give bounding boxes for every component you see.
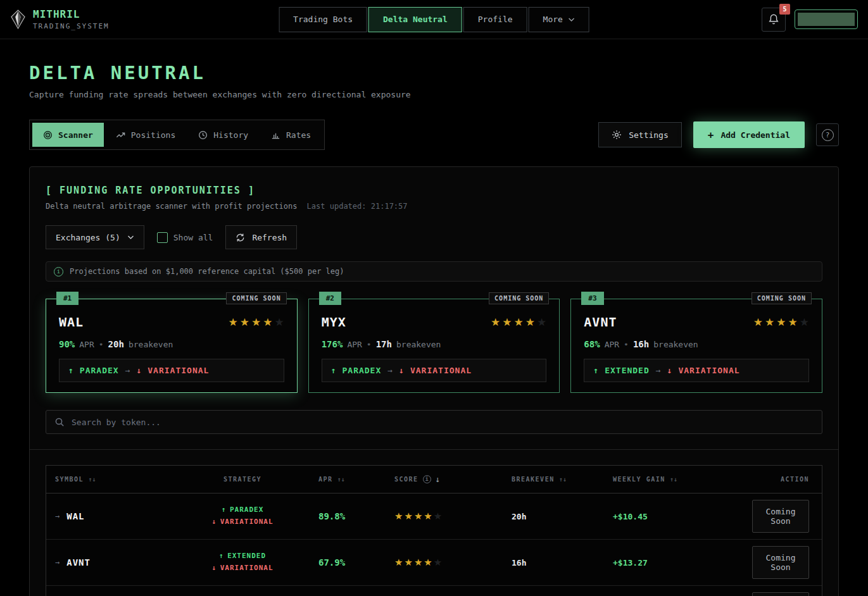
nav-tab-trading-bots[interactable]: Trading Bots (279, 7, 367, 32)
star-icon: ★ (263, 316, 272, 328)
settings-button[interactable]: Settings (598, 122, 682, 147)
scanner-tab-label: History (213, 130, 248, 140)
nav-tab-label: Profile (478, 15, 513, 24)
star-icon: ★ (502, 316, 512, 328)
column-header-weekly-gain[interactable]: WEEKLY GAIN↑↓ (613, 476, 752, 483)
nav-tab-delta-neutral[interactable]: Delta Neutral (368, 7, 462, 32)
star-icon: ★ (251, 316, 261, 328)
section-description: Delta neutral arbitrage scanner with pro… (46, 202, 297, 211)
trend-up-icon (116, 130, 125, 140)
strategy-route: ↑ PARADEX → ↓ VARIATIONAL (322, 359, 547, 382)
row-short-exchange: VARIATIONAL (220, 564, 274, 572)
apr-label: APR (347, 340, 362, 349)
show-all-checkbox[interactable] (157, 232, 168, 243)
search-icon (54, 417, 65, 427)
sort-icon: ↑↓ (337, 476, 345, 483)
dot-separator: • (99, 340, 104, 349)
table-body: → WAL ↑ PARADEX ↓ VARIATIONAL 89.8% ★★★★… (46, 494, 822, 596)
exchanges-dropdown[interactable]: Exchanges (5) (46, 225, 144, 249)
star-icon: ★ (776, 316, 786, 328)
apr-value: 176% (322, 339, 343, 349)
show-all-label: Show all (173, 233, 213, 242)
row-star-rating: ★★★★★ (394, 511, 512, 522)
column-header-strategy: STRATEGY (167, 476, 318, 483)
long-exchange: PARADEX (342, 366, 381, 375)
breakeven-value: 20h (108, 339, 124, 349)
rank-badge: #3 (581, 292, 603, 305)
column-label: ACTION (781, 476, 809, 483)
brand-name: MITHRIL (33, 8, 110, 20)
column-header-breakeven[interactable]: BREAKEVEN↑↓ (512, 476, 613, 483)
row-apr: 67.9% (318, 557, 394, 568)
arrow-up-icon: ↑ (593, 366, 598, 375)
opportunity-grid: #1 COMING SOON WAL ★★★★★ 90% APR • 20h b… (46, 299, 822, 393)
notifications-button[interactable]: 5 (762, 8, 786, 32)
opportunity-card[interactable]: #1 COMING SOON WAL ★★★★★ 90% APR • 20h b… (46, 299, 298, 393)
star-icon: ★ (274, 316, 284, 328)
bar-chart-icon (271, 130, 280, 140)
star-icon: ★ (800, 316, 809, 328)
arrow-right-icon: → (55, 558, 60, 567)
add-credential-button[interactable]: + Add Credential (693, 121, 805, 148)
scanner-tab-scanner[interactable]: Scanner (32, 123, 104, 147)
funding-opportunities-card: [ FUNDING RATE OPPORTUNITIES ] Delta neu… (29, 166, 839, 596)
sort-icon: ↑↓ (670, 476, 677, 483)
add-credential-label: Add Credential (720, 130, 790, 140)
table-section: SYMBOL↑↓STRATEGYAPR↑↓SCOREi↓BREAKEVEN↑↓W… (30, 449, 838, 596)
controls-row: Exchanges (5) Show all (46, 225, 822, 249)
row-long-exchange: PARADEX (230, 506, 263, 514)
settings-label: Settings (629, 130, 669, 140)
page-subtitle: Capture funding rate spreads between exc… (29, 90, 839, 99)
star-icon: ★ (414, 511, 422, 522)
table-row[interactable]: → AVNT ↑ EXTENDED ↓ VARIATIONAL 67.9% ★★… (46, 540, 822, 586)
show-all-toggle[interactable]: Show all (157, 232, 213, 243)
exchanges-label: Exchanges (5) (56, 233, 120, 242)
question-icon: ? (822, 129, 834, 141)
star-icon: ★ (753, 316, 763, 328)
arrow-down-icon: ↓ (667, 366, 672, 375)
search-bar (46, 410, 822, 434)
opportunity-card[interactable]: #3 COMING SOON AVNT ★★★★★ 68% APR • 16h … (570, 299, 822, 393)
scanner-tab-label: Scanner (58, 130, 93, 140)
search-input[interactable] (72, 418, 814, 427)
column-header-score[interactable]: SCOREi↓ (394, 475, 512, 484)
scanner-tab-label: Positions (131, 130, 175, 140)
scanner-tab-rates[interactable]: Rates (260, 123, 322, 147)
column-header-apr[interactable]: APR↑↓ (318, 476, 394, 483)
opportunity-card[interactable]: #2 COMING SOON MYX ★★★★★ 176% APR • 17h … (308, 299, 560, 393)
coming-soon-button[interactable]: Coming Soon (752, 546, 809, 579)
star-icon: ★ (788, 316, 797, 328)
gem-logo-icon (10, 9, 26, 29)
refresh-button[interactable]: Refresh (225, 225, 297, 249)
arrow-right-icon: → (656, 366, 661, 375)
chevron-down-icon (569, 18, 575, 22)
table-row[interactable]: → MYX ↑ PARADEX ↓ VARIATIONAL 176.3% ★★★… (46, 586, 822, 596)
coming-soon-badge: COMING SOON (489, 292, 549, 304)
brand: MITHRIL TRADING_SYSTEM (10, 8, 110, 30)
help-button[interactable]: ? (816, 123, 839, 146)
header-right: 5 (762, 8, 858, 32)
scanner-tab-positions[interactable]: Positions (105, 123, 186, 147)
star-icon: ★ (394, 511, 403, 522)
nav-tab-more[interactable]: More (529, 7, 589, 32)
star-icon: ★ (765, 316, 774, 328)
nav-tab-profile[interactable]: Profile (463, 7, 527, 32)
breakeven-value: 17h (376, 339, 392, 349)
coming-soon-button[interactable]: Coming Soon (752, 592, 809, 596)
apr-label: APR (79, 340, 94, 349)
star-rating: ★★★★★ (491, 316, 546, 328)
section-heading: [ FUNDING RATE OPPORTUNITIES ] (46, 185, 822, 196)
table-row[interactable]: → WAL ↑ PARADEX ↓ VARIATIONAL 89.8% ★★★★… (46, 494, 822, 540)
arrow-right-icon: → (55, 512, 60, 521)
breakeven-label: breakeven (129, 340, 173, 349)
wallet-address-redacted (798, 13, 855, 26)
star-icon: ★ (404, 557, 412, 568)
wallet-button[interactable] (795, 9, 858, 29)
bell-icon (768, 13, 779, 25)
column-header-symbol[interactable]: SYMBOL↑↓ (55, 476, 167, 483)
arrow-up-icon: ↑ (331, 366, 336, 375)
scanner-tab-history[interactable]: History (187, 123, 259, 147)
coming-soon-button[interactable]: Coming Soon (752, 500, 809, 533)
refresh-label: Refresh (252, 233, 287, 242)
star-icon: ★ (434, 511, 442, 522)
